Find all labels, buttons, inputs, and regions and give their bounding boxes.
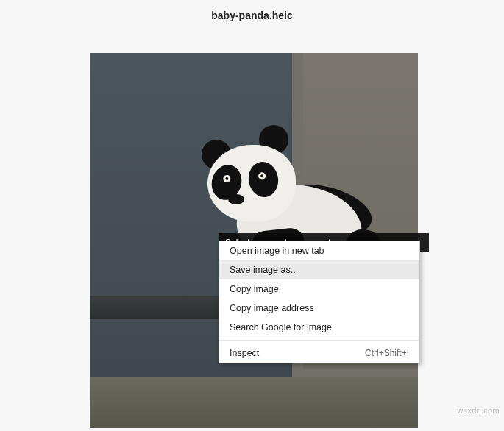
watermark: wsxdn.com — [457, 406, 500, 415]
menu-open-image-new-tab[interactable]: Open image in new tab — [219, 241, 419, 260]
file-title-bar: baby-panda.heic — [0, 0, 504, 28]
menu-save-image-as[interactable]: Save image as... — [219, 260, 419, 279]
menu-item-label: Inspect — [230, 348, 259, 358]
menu-item-label: Copy image — [230, 284, 279, 294]
menu-item-shortcut: Ctrl+Shift+I — [365, 348, 409, 358]
menu-item-label: Open image in new tab — [230, 246, 324, 256]
context-menu: Open image in new tab Save image as... C… — [219, 241, 420, 363]
menu-copy-image-address[interactable]: Copy image address — [219, 299, 419, 318]
menu-copy-image[interactable]: Copy image — [219, 279, 419, 299]
menu-item-label: Search Google for image — [230, 322, 332, 332]
menu-separator — [219, 340, 419, 341]
watermark-text: wsxdn.com — [457, 406, 500, 415]
menu-search-google-for-image[interactable]: Search Google for image — [219, 318, 419, 337]
menu-inspect[interactable]: Inspect Ctrl+Shift+I — [219, 343, 419, 363]
image-bg-floor — [90, 377, 418, 428]
file-title: baby-panda.heic — [211, 10, 292, 21]
menu-item-label: Save image as... — [230, 265, 298, 275]
menu-item-label: Copy image address — [230, 303, 314, 313]
